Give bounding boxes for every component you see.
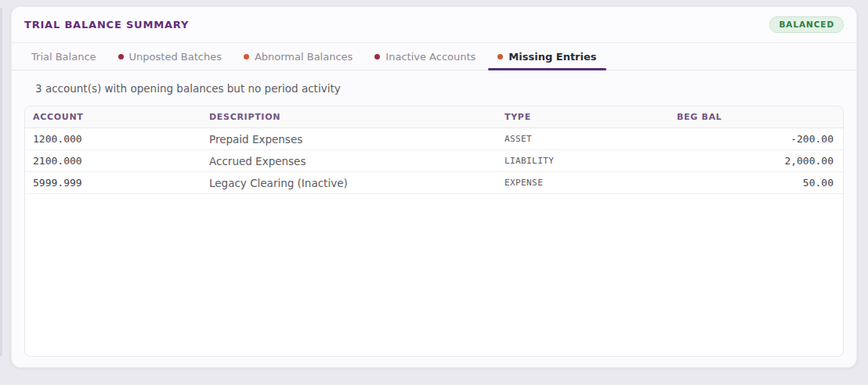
tab-trial-balance[interactable]: Trial Balance: [22, 43, 106, 70]
cell-account: 1200.000: [33, 133, 209, 145]
summary-text: 3 account(s) with opening balances but n…: [24, 82, 844, 95]
table-header-row: ACCOUNT DESCRIPTION TYPE BEG BAL: [25, 106, 843, 128]
cell-type: ASSET: [505, 134, 677, 144]
tab-label: Unposted Batches: [129, 51, 222, 63]
tab-label: Trial Balance: [31, 51, 96, 63]
card-header: TRIAL BALANCE SUMMARY BALANCED: [12, 7, 856, 43]
tab-content: 3 account(s) with opening balances but n…: [12, 70, 856, 357]
cell-beg-bal: 50.00: [677, 177, 834, 189]
tab-unposted-batches[interactable]: Unposted Batches: [109, 43, 231, 70]
table-row: 2100.000 Accrued Expenses LIABILITY 2,00…: [25, 150, 843, 172]
missing-entries-table: ACCOUNT DESCRIPTION TYPE BEG BAL 1200.00…: [24, 106, 844, 357]
status-dot-icon: [244, 54, 249, 59]
page-left-edge: [0, 8, 2, 356]
cell-beg-bal: 2,000.00: [677, 155, 834, 167]
tab-missing-entries[interactable]: Missing Entries: [488, 43, 606, 70]
status-dot-icon: [497, 54, 503, 59]
tab-inactive-accounts[interactable]: Inactive Accounts: [365, 43, 485, 70]
cell-account: 2100.000: [33, 155, 209, 167]
column-header-beg-bal: BEG BAL: [677, 112, 834, 122]
cell-beg-bal: -200.00: [677, 133, 834, 145]
tab-abnormal-balances[interactable]: Abnormal Balances: [234, 43, 362, 70]
trial-balance-summary-card: TRIAL BALANCE SUMMARY BALANCED Trial Bal…: [11, 6, 857, 368]
status-dot-icon: [118, 54, 124, 59]
tab-label: Abnormal Balances: [255, 51, 353, 63]
cell-description: Legacy Clearing (Inactive): [209, 177, 505, 189]
column-header-account: ACCOUNT: [33, 112, 209, 122]
tab-label: Inactive Accounts: [385, 51, 476, 63]
tab-bar: Trial Balance Unposted Batches Abnormal …: [12, 43, 856, 70]
column-header-description: DESCRIPTION: [209, 112, 505, 122]
page-title: TRIAL BALANCE SUMMARY: [24, 19, 189, 31]
status-badge-balanced: BALANCED: [769, 16, 844, 33]
table-row: 5999.999 Legacy Clearing (Inactive) EXPE…: [25, 172, 843, 194]
tab-label: Missing Entries: [508, 51, 596, 63]
table-row: 1200.000 Prepaid Expenses ASSET -200.00: [25, 128, 843, 150]
cell-type: LIABILITY: [505, 156, 677, 166]
cell-description: Prepaid Expenses: [209, 133, 505, 146]
cell-type: EXPENSE: [505, 178, 677, 188]
cell-description: Accrued Expenses: [209, 155, 505, 167]
column-header-type: TYPE: [505, 112, 677, 122]
cell-account: 5999.999: [33, 177, 209, 189]
status-dot-icon: [374, 54, 380, 59]
